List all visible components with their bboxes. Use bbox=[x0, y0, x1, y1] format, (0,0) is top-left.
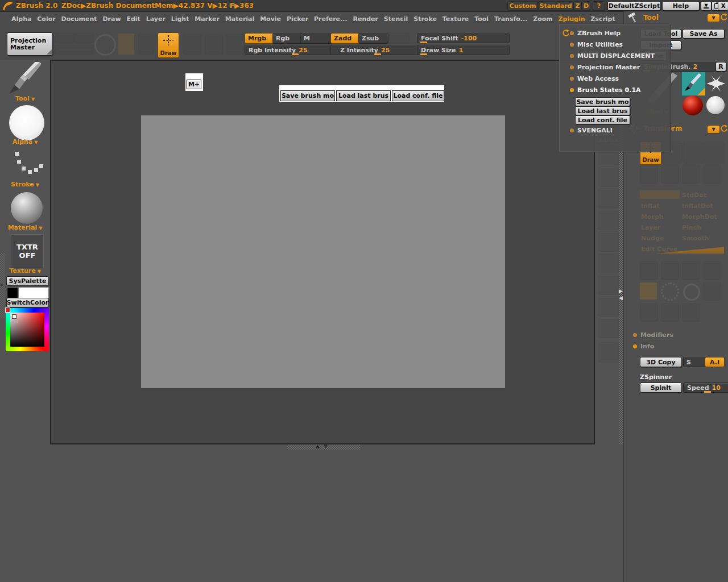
bottom-tray-divider[interactable]: ▲ ▼ bbox=[287, 444, 360, 450]
draw-size-label: Draw Size bbox=[421, 47, 456, 54]
info-section-header[interactable]: Info bbox=[633, 343, 654, 350]
menu-zplugin[interactable]: Zplugin bbox=[559, 15, 585, 23]
ai-button[interactable]: A.I bbox=[705, 357, 725, 367]
projection-master-button[interactable]: Projection Master bbox=[7, 32, 53, 56]
minimize-button[interactable]: ▼ bbox=[701, 1, 712, 11]
current-tool-thumbnail[interactable] bbox=[6, 62, 47, 97]
material-palette-label[interactable]: Material▼ bbox=[0, 224, 50, 231]
r-button[interactable]: R bbox=[715, 62, 726, 72]
zplugin-item-zbrush-help[interactable]: ZBrush Help bbox=[570, 30, 621, 37]
menu-stroke[interactable]: Stroke bbox=[413, 15, 437, 23]
d-button[interactable]: D bbox=[582, 1, 590, 11]
s-slider[interactable]: S bbox=[683, 357, 706, 367]
star-tool-thumbnail[interactable] bbox=[706, 72, 726, 95]
smooth-slider-disabled: Smooth bbox=[682, 235, 709, 242]
load-conf-note-button[interactable]: Load conf. file bbox=[392, 90, 444, 101]
texture-palette-label[interactable]: Texture▼ bbox=[0, 267, 50, 275]
custom-interface-button[interactable]: Custom bbox=[507, 1, 538, 11]
speed-slider[interactable]: Speed 10 bbox=[683, 383, 728, 393]
canvas-active-area[interactable] bbox=[141, 115, 505, 388]
menu-picker[interactable]: Picker bbox=[287, 15, 308, 23]
menu-movie[interactable]: Movie bbox=[260, 15, 281, 23]
draw-size-slider[interactable]: Draw Size 1 bbox=[417, 45, 510, 55]
menu-alpha[interactable]: Alpha bbox=[11, 15, 31, 23]
syspalette-button[interactable]: SysPalette bbox=[6, 276, 49, 286]
m-plus-button[interactable]: M+ bbox=[187, 80, 201, 89]
spinit-button[interactable]: SpinIt bbox=[640, 383, 682, 393]
current-texture-thumbnail[interactable]: TXTR OFF bbox=[11, 234, 44, 268]
transform-collapse-button[interactable]: ▼ bbox=[707, 125, 720, 134]
divider-right-arrow-icon: ▶ bbox=[619, 288, 623, 294]
zadd-button[interactable]: Zadd bbox=[330, 33, 361, 44]
current-stroke-thumbnail[interactable] bbox=[10, 149, 42, 179]
menu-texture[interactable]: Texture bbox=[442, 15, 469, 23]
load-last-note-button[interactable]: Load last brus bbox=[336, 90, 391, 101]
save-as-button[interactable]: Save As bbox=[682, 29, 725, 39]
draw-pointer-button[interactable]: Draw bbox=[158, 32, 179, 58]
help-button[interactable]: Help bbox=[662, 1, 700, 11]
m-button[interactable]: M bbox=[300, 33, 332, 44]
tool-palette-label[interactable]: Tool▼ bbox=[0, 95, 50, 102]
main-color-swatch[interactable] bbox=[7, 287, 18, 298]
menu-tool[interactable]: Tool bbox=[474, 15, 489, 23]
standard-interface-button[interactable]: Standard bbox=[538, 1, 573, 11]
draw-size-value: 1 bbox=[459, 47, 464, 54]
zplugin-item-brush-states[interactable]: Brush States 0.1A bbox=[570, 86, 641, 94]
zplugin-item-projection-master[interactable]: Projection Master bbox=[570, 64, 640, 71]
red-sphere-tool-thumbnail[interactable] bbox=[682, 95, 703, 115]
menu-edit[interactable]: Edit bbox=[126, 15, 140, 23]
current-alpha-thumbnail[interactable] bbox=[9, 105, 44, 140]
3d-copy-button[interactable]: 3D Copy bbox=[640, 357, 682, 367]
menu-transform[interactable]: Transfo... bbox=[494, 15, 527, 23]
load-last-brush-button[interactable]: Load last brus bbox=[575, 106, 630, 115]
focal-shift-slider[interactable]: Focal Shift -100 bbox=[417, 33, 510, 43]
rgb-intensity-slider[interactable]: Rgb Intensity 25 bbox=[245, 45, 336, 55]
menu-stencil[interactable]: Stencil bbox=[384, 15, 408, 23]
info-label: Info bbox=[640, 343, 654, 350]
left-tray-divider[interactable]: ▶ bbox=[0, 253, 5, 318]
help-question-button[interactable]: ? bbox=[593, 1, 605, 11]
menu-material[interactable]: Material bbox=[225, 15, 254, 23]
shelf-ghost-button bbox=[598, 253, 619, 273]
zsub-button[interactable]: Zsub bbox=[358, 33, 388, 44]
switchcolor-button[interactable]: SwitchColor bbox=[6, 298, 49, 307]
menu-layer[interactable]: Layer bbox=[146, 15, 166, 23]
menu-render[interactable]: Render bbox=[353, 15, 378, 23]
menu-marker[interactable]: Marker bbox=[195, 15, 220, 23]
tool-panel-reset-icon[interactable] bbox=[720, 13, 728, 21]
zplugin-item-svengali[interactable]: SVENGALI bbox=[570, 127, 613, 134]
zplugin-item-misc-utilities[interactable]: Misc Utilities bbox=[570, 41, 623, 48]
menu-zscript[interactable]: Zscript bbox=[590, 15, 615, 23]
zplugin-item-multi-displacement[interactable]: MULTI DISPLACEMENT bbox=[570, 52, 655, 60]
selected-brush-thumbnail[interactable] bbox=[681, 72, 706, 96]
tool-panel-collapse-button[interactable]: ▼ bbox=[707, 14, 720, 22]
z-intensity-slider[interactable]: Z Intensity 25 bbox=[330, 45, 428, 55]
document-canvas[interactable]: M+ Save brush mo Load last brus Load con… bbox=[50, 60, 595, 444]
menu-draw[interactable]: Draw bbox=[102, 15, 121, 23]
modifiers-section-header[interactable]: Modifiers bbox=[633, 331, 673, 339]
menu-light[interactable]: Light bbox=[171, 15, 189, 23]
divider-down-arrow-icon: ▼ bbox=[324, 443, 328, 449]
menu-color[interactable]: Color bbox=[37, 15, 55, 23]
current-material-thumbnail[interactable] bbox=[11, 192, 43, 224]
white-sphere-tool-thumbnail[interactable] bbox=[706, 96, 725, 114]
menu-preferences[interactable]: Prefere... bbox=[314, 15, 348, 23]
stroke-palette-label[interactable]: Stroke▼ bbox=[0, 181, 50, 188]
color-picker[interactable] bbox=[6, 308, 49, 351]
menu-zoom[interactable]: Zoom bbox=[533, 15, 553, 23]
zplugin-reset-icon[interactable] bbox=[562, 29, 570, 37]
save-brush-note-button[interactable]: Save brush mo bbox=[280, 90, 335, 101]
transform-reset-icon[interactable] bbox=[720, 124, 728, 132]
z-button[interactable]: Z bbox=[573, 1, 582, 11]
default-zscript-button[interactable]: DefaultZScript bbox=[607, 1, 661, 11]
mrgb-button[interactable]: Mrgb bbox=[245, 33, 275, 44]
save-brush-mode-button[interactable]: Save brush mo bbox=[575, 97, 630, 106]
menu-document[interactable]: Document bbox=[61, 15, 97, 23]
secondary-color-swatch[interactable] bbox=[18, 287, 49, 298]
alpha-palette-label[interactable]: Alpha▼ bbox=[0, 138, 50, 146]
rgb-button[interactable]: Rgb bbox=[272, 33, 303, 44]
load-conf-file-button[interactable]: Load conf. file bbox=[575, 115, 630, 124]
slider-position-tick bbox=[374, 53, 381, 55]
close-button[interactable]: X bbox=[718, 1, 728, 11]
zplugin-item-web-access[interactable]: Web Access bbox=[570, 75, 619, 82]
